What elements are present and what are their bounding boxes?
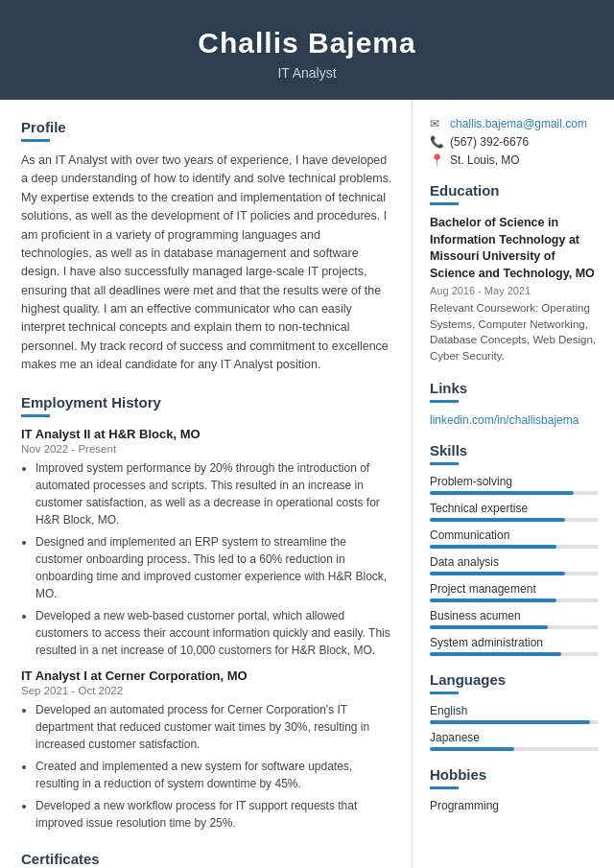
email-link[interactable]: challis.bajema@gmail.com [450, 117, 587, 130]
skill-bar-bg [430, 518, 599, 522]
profile-text: As an IT Analyst with over two years of … [21, 152, 392, 375]
skill-bar-fill [430, 598, 556, 602]
employment-section-title: Employment History [21, 394, 392, 411]
languages-list: English Japanese [430, 704, 599, 751]
skill-bar-bg [430, 652, 599, 656]
employment-section: Employment History IT Analyst II at H&R … [21, 394, 392, 832]
education-divider [430, 202, 459, 205]
bullet-item: Developed an automated process for Cerne… [35, 701, 392, 753]
skill-item: System administration [430, 636, 599, 656]
profile-section: Profile As an IT Analyst with over two y… [21, 119, 392, 375]
certificates-section: Certificates Certified Business Analysis… [21, 851, 392, 869]
skill-bar-fill [430, 625, 548, 629]
language-bar-fill [430, 747, 514, 751]
languages-section-title: Languages [430, 671, 599, 688]
profile-divider [21, 139, 50, 142]
language-bar-bg [430, 747, 599, 751]
bullet-item: Designed and implemented an ERP system t… [35, 533, 392, 602]
bullet-item: Developed a new workflow process for IT … [35, 797, 392, 832]
skills-section-title: Skills [430, 442, 599, 458]
language-bar-bg [430, 720, 599, 724]
job-title-2: IT Analyst I at Cerner Corporation, MO [21, 669, 392, 683]
skill-label: Problem-solving [430, 475, 599, 488]
language-label: Japanese [430, 731, 599, 744]
skill-bar-fill [430, 518, 565, 522]
language-label: English [430, 704, 599, 717]
skill-item: Data analysis [430, 555, 599, 575]
skill-bar-fill [430, 652, 561, 656]
email-icon: ✉ [430, 117, 445, 130]
job-bullets-2: Developed an automated process for Cerne… [21, 701, 392, 832]
certificates-section-title: Certificates [21, 851, 392, 867]
job-dates-1: Nov 2022 - Present [21, 443, 392, 455]
skill-label: System administration [430, 636, 599, 649]
job-item: IT Analyst II at H&R Block, MO Nov 2022 … [21, 427, 392, 659]
hobby-item: Programming [430, 799, 599, 812]
location-text: St. Louis, MO [450, 153, 520, 167]
links-divider [430, 400, 459, 403]
employment-divider [21, 414, 50, 417]
main-content: Profile As an IT Analyst with over two y… [0, 100, 614, 868]
job-title-1: IT Analyst II at H&R Block, MO [21, 427, 392, 441]
right-column: ✉ challis.bajema@gmail.com 📞 (567) 392-6… [413, 100, 614, 847]
education-section-title: Education [430, 182, 599, 199]
hobbies-divider [430, 786, 459, 789]
bullet-item: Developed a new web-based customer porta… [35, 607, 392, 659]
skill-item: Problem-solving [430, 475, 599, 495]
phone-number: (567) 392-6676 [450, 135, 529, 149]
skill-item: Communication [430, 528, 599, 549]
skill-bar-bg [430, 572, 599, 575]
skill-item: Technical expertise [430, 502, 599, 522]
linkedin-link[interactable]: linkedin.com/in/challisbajema [430, 413, 579, 427]
candidate-name: Challis Bajema [19, 27, 595, 59]
profile-section-title: Profile [21, 119, 392, 135]
education-section: Education Bachelor of Science in Informa… [430, 182, 599, 364]
skill-bar-bg [430, 598, 599, 602]
language-item: Japanese [430, 731, 599, 751]
edu-coursework: Relevant Coursework: Operating Systems, … [430, 300, 599, 364]
language-item: English [430, 704, 599, 724]
skills-section: Skills Problem-solving Technical experti… [430, 442, 599, 656]
skill-label: Technical expertise [430, 502, 599, 515]
bullet-item: Created and implemented a new system for… [35, 758, 392, 792]
links-section: Links linkedin.com/in/challisbajema [430, 380, 599, 427]
skill-bar-bg [430, 625, 599, 629]
left-column: Profile As an IT Analyst with over two y… [0, 100, 413, 868]
location-icon: 📍 [430, 153, 445, 167]
candidate-title: IT Analyst [19, 65, 595, 81]
languages-divider [430, 692, 459, 694]
skill-item: Project management [430, 582, 599, 602]
phone-icon: 📞 [430, 135, 445, 149]
hobbies-section: Hobbies Programming [430, 766, 599, 812]
edu-dates: Aug 2016 - May 2021 [430, 285, 599, 296]
skill-bar-fill [430, 545, 556, 549]
contact-email-row: ✉ challis.bajema@gmail.com [430, 117, 599, 130]
hobbies-section-title: Hobbies [430, 766, 599, 783]
links-section-title: Links [430, 380, 599, 396]
skill-item: Business acumen [430, 609, 599, 629]
bullet-item: Improved system performance by 20% throu… [35, 459, 392, 528]
job-item: IT Analyst I at Cerner Corporation, MO S… [21, 669, 392, 832]
skill-label: Data analysis [430, 555, 599, 569]
edu-degree: Bachelor of Science in Information Techn… [430, 215, 599, 282]
skill-label: Project management [430, 582, 599, 596]
languages-section: Languages English Japanese [430, 671, 599, 751]
contact-phone-row: 📞 (567) 392-6676 [430, 135, 599, 149]
skill-bar-bg [430, 545, 599, 549]
skill-label: Business acumen [430, 609, 599, 622]
job-bullets-1: Improved system performance by 20% throu… [21, 459, 392, 659]
skill-label: Communication [430, 528, 599, 542]
resume-header: Challis Bajema IT Analyst [0, 0, 614, 100]
job-dates-2: Sep 2021 - Oct 2022 [21, 685, 392, 696]
hobbies-list: Programming [430, 799, 599, 812]
skills-list: Problem-solving Technical expertise Comm… [430, 475, 599, 656]
contact-location-row: 📍 St. Louis, MO [430, 153, 599, 167]
contact-section: ✉ challis.bajema@gmail.com 📞 (567) 392-6… [430, 117, 599, 167]
skill-bar-bg [430, 491, 599, 495]
skills-divider [430, 462, 459, 465]
skill-bar-fill [430, 491, 574, 495]
language-bar-fill [430, 720, 590, 724]
skill-bar-fill [430, 572, 565, 575]
